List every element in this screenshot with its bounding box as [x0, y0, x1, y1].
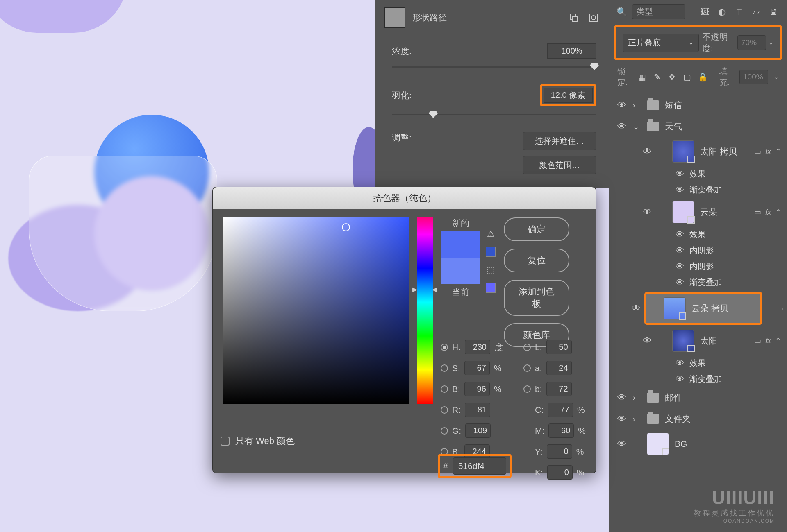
- lock-all-icon[interactable]: 🔒: [698, 71, 708, 83]
- visibility-icon[interactable]: 👁: [616, 439, 627, 449]
- checkbox[interactable]: [221, 437, 230, 446]
- visibility-icon[interactable]: 👁: [616, 392, 627, 403]
- y-input[interactable]: [547, 444, 572, 459]
- l-input[interactable]: [546, 340, 572, 354]
- visibility-icon[interactable]: 👁: [631, 303, 641, 314]
- density-slider[interactable]: [392, 66, 596, 68]
- radio-s[interactable]: [441, 364, 448, 372]
- filter-shape-icon[interactable]: ▱: [750, 6, 762, 18]
- add-swatch-button[interactable]: 添加到色板: [504, 280, 569, 316]
- opacity-input[interactable]: [737, 35, 766, 50]
- collapse-fx-icon[interactable]: ⌃: [775, 208, 781, 217]
- fx-row[interactable]: 👁效果: [675, 226, 787, 242]
- sv-cursor[interactable]: [342, 223, 350, 231]
- visibility-icon[interactable]: 👁: [616, 414, 627, 424]
- visibility-icon[interactable]: 👁: [616, 100, 627, 111]
- radio-h[interactable]: [441, 344, 448, 351]
- radio-g[interactable]: [441, 427, 448, 435]
- lock-position-icon[interactable]: ✥: [668, 71, 677, 83]
- filter-adjust-icon[interactable]: ◐: [716, 6, 728, 18]
- layer-folder[interactable]: 👁 ⌄ 天气: [609, 116, 787, 137]
- m-input[interactable]: [548, 423, 574, 438]
- cube-icon[interactable]: ⬚: [487, 265, 495, 275]
- layer-item[interactable]: 👁 太阳 ▭fx⌃: [609, 326, 787, 355]
- b2-input[interactable]: [546, 382, 572, 396]
- hue-slider[interactable]: ▶◀: [417, 217, 433, 404]
- feather-input[interactable]: [544, 88, 593, 103]
- collapse-icon[interactable]: ⌄: [633, 122, 641, 131]
- reset-button[interactable]: 复位: [504, 249, 569, 272]
- filter-pixel-icon[interactable]: 🖼: [698, 6, 711, 18]
- closest-web-swatch[interactable]: [486, 247, 496, 257]
- filter-smart-icon[interactable]: 🗎: [767, 6, 780, 18]
- add-mask-icon[interactable]: [568, 11, 580, 24]
- color-range-button[interactable]: 颜色范围…: [523, 156, 596, 174]
- radio-b2[interactable]: [523, 385, 531, 393]
- saturation-value-box[interactable]: [223, 217, 409, 404]
- density-input[interactable]: [547, 43, 596, 59]
- fx-row[interactable]: 👁内阴影: [675, 242, 787, 258]
- fx-row[interactable]: 👁渐变叠加: [675, 274, 787, 290]
- lock-brush-icon[interactable]: ✎: [653, 71, 662, 83]
- blend-mode-select[interactable]: 正片叠底 ⌄: [623, 34, 699, 52]
- visibility-icon[interactable]: 👁: [675, 245, 685, 256]
- layer-folder[interactable]: 👁 › 短信: [609, 95, 787, 116]
- visibility-icon[interactable]: 👁: [675, 358, 685, 369]
- select-and-mask-button[interactable]: 选择并遮住…: [523, 132, 596, 150]
- expand-icon[interactable]: ›: [633, 101, 641, 110]
- b-input[interactable]: [464, 382, 490, 396]
- collapse-fx-icon[interactable]: ⌃: [775, 147, 781, 156]
- layer-folder[interactable]: 👁 › 文件夹: [609, 408, 787, 430]
- visibility-icon[interactable]: 👁: [675, 261, 685, 272]
- link-icon[interactable]: ▭: [754, 147, 761, 156]
- visibility-icon[interactable]: 👁: [675, 374, 685, 385]
- visibility-icon[interactable]: 👁: [675, 277, 685, 288]
- radio-a[interactable]: [523, 364, 531, 372]
- visibility-icon[interactable]: 👁: [616, 121, 627, 132]
- visibility-icon[interactable]: 👁: [675, 229, 685, 240]
- fx-row[interactable]: 👁效果: [675, 355, 787, 371]
- layer-item-selected[interactable]: 👁 云朵 拷贝 ▭: [646, 294, 760, 323]
- mask-options-icon[interactable]: [587, 11, 600, 24]
- ok-button[interactable]: 确定: [504, 217, 569, 241]
- web-only-checkbox-row[interactable]: 只有 Web 颜色: [221, 435, 295, 447]
- hex-input[interactable]: [453, 457, 506, 475]
- link-icon[interactable]: ▭: [754, 336, 761, 345]
- visibility-icon[interactable]: 👁: [642, 146, 653, 157]
- visibility-icon[interactable]: 👁: [642, 335, 653, 346]
- feather-slider[interactable]: [392, 114, 596, 115]
- visibility-icon[interactable]: 👁: [675, 169, 685, 179]
- layer-item[interactable]: 👁 太阳 拷贝 ▭fx⌃: [609, 137, 787, 166]
- link-icon[interactable]: ▭: [782, 304, 787, 313]
- r-input[interactable]: [465, 403, 490, 417]
- lock-artboard-icon[interactable]: ▢: [682, 71, 692, 83]
- layer-item[interactable]: 👁 云朵 ▭fx⌃: [609, 198, 787, 226]
- c-input[interactable]: [548, 403, 573, 417]
- radio-r[interactable]: [441, 406, 448, 414]
- expand-icon[interactable]: ›: [633, 394, 641, 402]
- fx-row[interactable]: 👁渐变叠加: [675, 182, 787, 198]
- warning-icon[interactable]: ⚠: [487, 229, 495, 239]
- g-input[interactable]: [465, 423, 491, 438]
- layer-folder[interactable]: 👁 › 邮件: [609, 387, 787, 408]
- fx-row[interactable]: 👁渐变叠加: [675, 371, 787, 387]
- k-input[interactable]: [547, 465, 573, 480]
- filter-text-icon[interactable]: T: [733, 6, 745, 18]
- expand-icon[interactable]: ›: [633, 415, 641, 423]
- fx-row[interactable]: 👁内阴影: [675, 258, 787, 274]
- a-input[interactable]: [546, 361, 572, 375]
- visibility-icon[interactable]: 👁: [642, 207, 653, 217]
- layer-filter-input[interactable]: [632, 4, 685, 19]
- fill-input[interactable]: [739, 70, 768, 84]
- radio-l[interactable]: [523, 344, 531, 351]
- closest-safe-swatch[interactable]: [486, 283, 496, 293]
- layer-item[interactable]: 👁 BG: [609, 430, 787, 458]
- visibility-icon[interactable]: 👁: [675, 185, 685, 195]
- fx-row[interactable]: 👁效果: [675, 166, 787, 182]
- lock-pixels-icon[interactable]: ▦: [637, 71, 647, 83]
- s-input[interactable]: [464, 361, 490, 375]
- radio-b[interactable]: [441, 385, 448, 393]
- link-icon[interactable]: ▭: [754, 208, 761, 217]
- collapse-fx-icon[interactable]: ⌃: [775, 336, 781, 345]
- h-input[interactable]: [465, 340, 490, 354]
